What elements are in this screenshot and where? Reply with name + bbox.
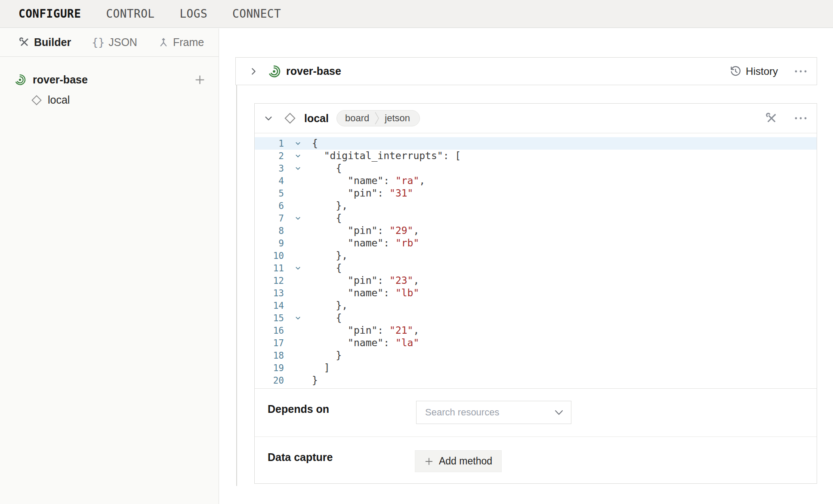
- code-line[interactable]: 5 "pin": "31": [255, 187, 817, 200]
- add-method-label: Add method: [439, 455, 492, 467]
- badge-model: jetson: [385, 113, 410, 124]
- tree-item-rover-base[interactable]: rover-base: [0, 70, 219, 90]
- code-line[interactable]: 11 {: [255, 262, 817, 274]
- fold-chevron-icon[interactable]: [284, 165, 312, 172]
- code-line[interactable]: 9 "name": "rb": [255, 237, 817, 249]
- tree-connector-line: [236, 85, 237, 486]
- code-text: "name": "la": [312, 337, 419, 349]
- tab-json[interactable]: {} JSON: [92, 36, 137, 49]
- tab-builder-label: Builder: [34, 36, 71, 49]
- part-menu-ellipsis-icon[interactable]: [794, 69, 807, 74]
- part-title: rover-base: [286, 65, 341, 77]
- tab-json-label: JSON: [108, 36, 137, 49]
- tree-item-label: local: [48, 94, 70, 106]
- code-line[interactable]: 8 "pin": "29",: [255, 224, 817, 237]
- resource-tree: rover-base local: [0, 57, 219, 110]
- code-line[interactable]: 2 "digital_interrupts": [: [255, 150, 817, 162]
- code-text: "digital_interrupts": [: [312, 150, 461, 162]
- braces-icon: {}: [92, 36, 105, 49]
- code-line[interactable]: 17 "name": "la": [255, 337, 817, 349]
- line-number: 1: [255, 138, 284, 149]
- badge-separator-chevron-icon: [374, 111, 379, 126]
- nav-tab-connect[interactable]: CONNECT: [232, 7, 281, 20]
- code-text: },: [312, 249, 348, 262]
- depends-on-select[interactable]: [416, 401, 571, 424]
- tree-item-label: rover-base: [33, 74, 88, 86]
- resource-card-header: local board jetson: [255, 104, 817, 133]
- fold-chevron-icon[interactable]: [284, 140, 312, 147]
- line-number: 4: [255, 176, 284, 186]
- code-line[interactable]: 4 "name": "ra",: [255, 175, 817, 187]
- add-method-button[interactable]: Add method: [415, 450, 502, 472]
- board-diamond-icon: [284, 112, 296, 124]
- code-line[interactable]: 10 },: [255, 249, 817, 262]
- search-resources-input[interactable]: [425, 407, 555, 418]
- code-text: "name": "rb": [312, 237, 419, 249]
- tab-builder[interactable]: Builder: [19, 36, 71, 49]
- chevron-down-icon[interactable]: [264, 114, 273, 123]
- history-label: History: [746, 65, 778, 77]
- resource-menu-ellipsis-icon[interactable]: [794, 116, 807, 120]
- config-sidebar: Builder {} JSON Frame: [0, 28, 219, 504]
- line-number: 17: [255, 338, 284, 348]
- code-line[interactable]: 1{: [255, 137, 817, 150]
- configure-tools-icon[interactable]: [765, 112, 778, 125]
- line-number: 5: [255, 188, 284, 199]
- line-number: 3: [255, 163, 284, 174]
- line-number: 8: [255, 226, 284, 236]
- plus-icon: [424, 457, 434, 466]
- history-button[interactable]: History: [730, 65, 778, 77]
- code-line[interactable]: 3 {: [255, 162, 817, 175]
- machine-part-icon: [14, 74, 26, 86]
- code-text: ]: [312, 362, 330, 374]
- tree-item-local[interactable]: local: [0, 90, 219, 110]
- line-number: 12: [255, 276, 284, 286]
- line-number: 13: [255, 288, 284, 298]
- code-text: {: [312, 137, 318, 150]
- code-line[interactable]: 7 {: [255, 212, 817, 224]
- code-line[interactable]: 19 ]: [255, 362, 817, 374]
- code-text: "pin": "31": [312, 187, 413, 200]
- machine-part-header: rover-base History: [235, 57, 817, 85]
- code-text: {: [312, 212, 342, 224]
- code-line[interactable]: 18 }: [255, 349, 817, 362]
- code-text: }: [312, 374, 318, 387]
- code-text: "pin": "21",: [312, 324, 419, 337]
- code-line[interactable]: 20}: [255, 374, 817, 387]
- add-component-button[interactable]: [194, 74, 206, 86]
- tab-frame[interactable]: Frame: [158, 36, 204, 49]
- line-number: 7: [255, 213, 284, 224]
- nav-tab-control[interactable]: CONTROL: [106, 7, 154, 20]
- code-text: {: [312, 162, 342, 175]
- code-text: {: [312, 312, 342, 324]
- code-line[interactable]: 12 "pin": "23",: [255, 274, 817, 287]
- line-number: 2: [255, 151, 284, 161]
- json-attributes-editor[interactable]: 1{2 "digital_interrupts": [3 {4 "name": …: [255, 133, 817, 389]
- code-line[interactable]: 6 },: [255, 200, 817, 212]
- nav-tab-configure[interactable]: CONFIGURE: [19, 7, 81, 20]
- depends-on-section: Depends on: [255, 389, 817, 437]
- code-line[interactable]: 13 "name": "lb": [255, 287, 817, 299]
- depends-on-label: Depends on: [268, 403, 329, 415]
- fold-chevron-icon[interactable]: [284, 153, 312, 159]
- fold-chevron-icon[interactable]: [284, 215, 312, 221]
- code-text: },: [312, 299, 348, 312]
- code-text: "pin": "23",: [312, 274, 419, 287]
- line-number: 11: [255, 263, 284, 274]
- chevron-right-icon[interactable]: [249, 67, 258, 76]
- board-diamond-icon: [31, 95, 42, 106]
- code-text: "pin": "29",: [312, 224, 419, 237]
- fold-chevron-icon[interactable]: [284, 315, 312, 321]
- frame-axes-icon: [158, 37, 169, 48]
- nav-tab-logs[interactable]: LOGS: [179, 7, 207, 20]
- code-line[interactable]: 16 "pin": "21",: [255, 324, 817, 337]
- resource-card-local: local board jetson: [254, 103, 817, 484]
- fold-chevron-icon[interactable]: [284, 265, 312, 271]
- resource-title: local: [304, 112, 329, 125]
- code-line[interactable]: 15 {: [255, 312, 817, 324]
- machine-part-icon: [268, 65, 281, 78]
- code-line[interactable]: 14 },: [255, 299, 817, 312]
- top-nav: CONFIGURE CONTROL LOGS CONNECT: [0, 0, 833, 28]
- line-number: 14: [255, 301, 284, 311]
- data-capture-section: Data capture Add method: [255, 437, 817, 484]
